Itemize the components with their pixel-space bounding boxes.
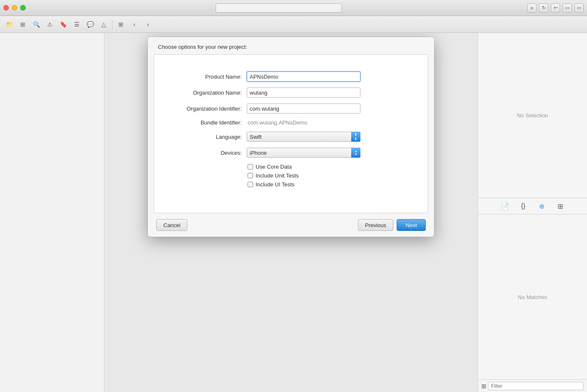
use-core-data-checkbox[interactable] xyxy=(248,164,253,170)
braces-icon-btn[interactable]: {} xyxy=(518,200,529,212)
devices-label: Devices: xyxy=(163,150,247,156)
grid-toolbar-btn[interactable]: ⊞ xyxy=(17,19,29,30)
return-icon[interactable]: ↩ xyxy=(551,3,560,13)
use-core-data-label: Use Core Data xyxy=(256,164,292,170)
modal-header: Choose options for your new project: xyxy=(148,37,434,54)
sidebar-right-icon[interactable]: ▭ xyxy=(574,3,584,13)
language-select[interactable]: Swift Objective-C xyxy=(247,132,360,142)
nav-back-btn[interactable]: ‹ xyxy=(128,19,140,30)
lines-icon[interactable]: ≡ xyxy=(527,3,536,13)
search-toolbar-btn[interactable]: 🔍 xyxy=(30,19,42,30)
titlebar: ≡ ↻ ↩ ▭ ▭ xyxy=(0,0,587,16)
doc-icon-btn[interactable]: 📄 xyxy=(499,200,511,212)
toolbar-separator xyxy=(112,20,112,29)
product-name-row: Product Name: xyxy=(163,72,419,82)
grid-view-btn[interactable]: ⊞ xyxy=(115,19,127,30)
right-panel-filterbar: ⊞ xyxy=(478,379,587,392)
cancel-button[interactable]: Cancel xyxy=(156,219,187,231)
bundle-identifier-row: Bundle Identifier: com.wutang.APNsDemo xyxy=(163,119,419,126)
org-name-input[interactable] xyxy=(247,87,360,98)
previous-button[interactable]: Previous xyxy=(358,219,394,231)
include-unit-tests-label: Include Unit Tests xyxy=(256,172,299,179)
modal-overlay: Choose options for your new project: Pro… xyxy=(104,33,478,392)
folder-toolbar-btn[interactable]: 📁 xyxy=(3,19,15,30)
include-ui-tests-label: Include UI Tests xyxy=(256,181,294,188)
no-matches-text: No Matches xyxy=(518,294,547,300)
right-panel-no-selection: No Selection xyxy=(478,33,587,198)
nav-forward-btn[interactable]: › xyxy=(142,19,154,30)
warning-toolbar-btn[interactable]: ⚠ xyxy=(44,19,56,30)
traffic-lights xyxy=(3,5,26,11)
filter-input[interactable] xyxy=(488,382,584,390)
use-core-data-row: Use Core Data xyxy=(248,164,419,170)
toolbar: 📁 ⊞ 🔍 ⚠ 🔖 ☰ 💬 △ ⊞ ‹ › xyxy=(0,16,587,33)
minimize-button[interactable] xyxy=(12,5,17,11)
include-ui-tests-checkbox[interactable] xyxy=(248,182,253,187)
modal-content: Product Name: Organization Name: Organiz… xyxy=(154,54,428,213)
devices-row: Devices: iPhone iPad Universal ▲▼ xyxy=(163,148,419,158)
footer-right: Previous Next xyxy=(358,219,426,231)
modal-title: Choose options for your new project: xyxy=(158,44,247,50)
right-panel-toolbar: 📄 {} ⊕ ⊞ xyxy=(478,198,587,214)
org-name-row: Organization Name: xyxy=(163,87,419,98)
product-name-label: Product Name: xyxy=(163,74,247,80)
org-name-label: Organization Name: xyxy=(163,90,247,96)
grid-view-icon[interactable]: ⊞ xyxy=(481,383,486,389)
titlebar-right: ≡ ↻ ↩ ▭ ▭ xyxy=(527,3,584,13)
include-ui-tests-row: Include UI Tests xyxy=(248,181,419,188)
circle-icon-btn[interactable]: ⊕ xyxy=(536,200,548,212)
right-panel-no-matches: No Matches xyxy=(478,214,587,379)
content-area: Choose options for your new project: Pro… xyxy=(104,33,478,392)
language-select-wrapper: Swift Objective-C ⬆⬇ xyxy=(247,132,360,142)
bundle-identifier-value: com.wutang.APNsDemo xyxy=(247,119,307,126)
right-panel: No Selection 📄 {} ⊕ ⊞ No Matches ⊞ xyxy=(478,33,587,392)
close-button[interactable] xyxy=(3,5,9,11)
org-identifier-row: Organization Identifier: xyxy=(163,103,419,114)
comment-toolbar-btn[interactable]: 💬 xyxy=(84,19,96,30)
footer-left: Cancel xyxy=(156,219,187,231)
org-identifier-label: Organization Identifier: xyxy=(163,106,247,112)
devices-select[interactable]: iPhone iPad Universal xyxy=(247,148,360,158)
bookmark-toolbar-btn[interactable]: 🔖 xyxy=(57,19,69,30)
titlebar-center xyxy=(30,3,527,13)
language-label: Language: xyxy=(163,134,247,140)
list-toolbar-btn[interactable]: ☰ xyxy=(71,19,83,30)
include-unit-tests-checkbox[interactable] xyxy=(248,173,253,178)
refresh-icon[interactable]: ↻ xyxy=(539,3,548,13)
no-selection-text: No Selection xyxy=(517,112,548,119)
main-area: Choose options for your new project: Pro… xyxy=(0,33,587,392)
devices-select-wrapper: iPhone iPad Universal ▲▼ xyxy=(247,148,360,158)
language-row: Language: Swift Objective-C ⬆⬇ xyxy=(163,132,419,142)
product-name-input[interactable] xyxy=(247,72,360,82)
org-identifier-input[interactable] xyxy=(247,103,360,114)
checkboxes-area: Use Core Data Include Unit Tests Include… xyxy=(248,164,419,188)
shape-toolbar-btn[interactable]: △ xyxy=(98,19,109,30)
titlebar-search xyxy=(216,3,342,13)
sidebar-left-icon[interactable]: ▭ xyxy=(563,3,572,13)
next-button[interactable]: Next xyxy=(397,219,426,231)
include-unit-tests-row: Include Unit Tests xyxy=(248,172,419,179)
modal-footer: Cancel Previous Next xyxy=(148,213,434,237)
bundle-identifier-label: Bundle Identifier: xyxy=(163,119,247,126)
grid-small-icon-btn[interactable]: ⊞ xyxy=(555,200,566,212)
left-sidebar xyxy=(0,33,104,392)
maximize-button[interactable] xyxy=(20,5,26,11)
modal-sheet: Choose options for your new project: Pro… xyxy=(148,37,434,237)
